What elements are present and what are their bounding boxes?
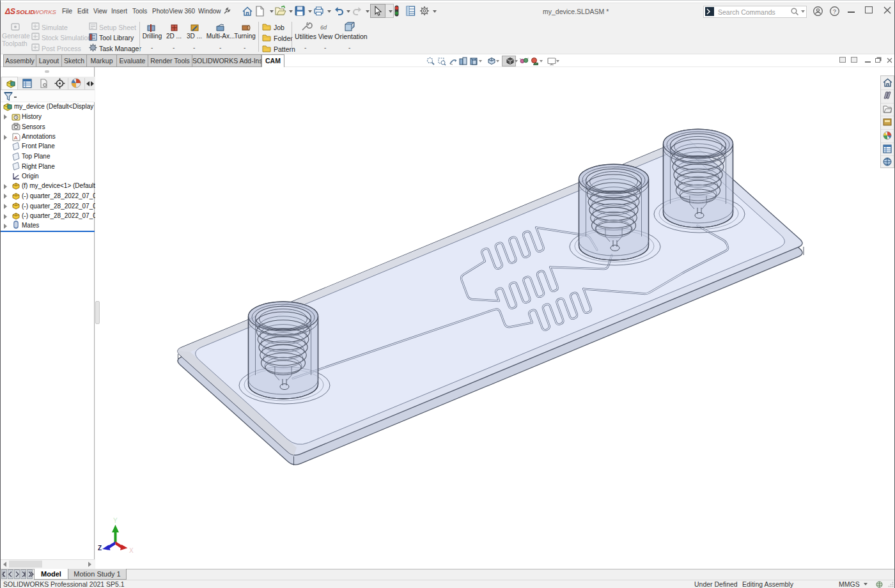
svg-text:X: X [129,547,134,554]
svg-text:Y: Y [113,517,118,524]
svg-text:Z: Z [98,545,102,552]
